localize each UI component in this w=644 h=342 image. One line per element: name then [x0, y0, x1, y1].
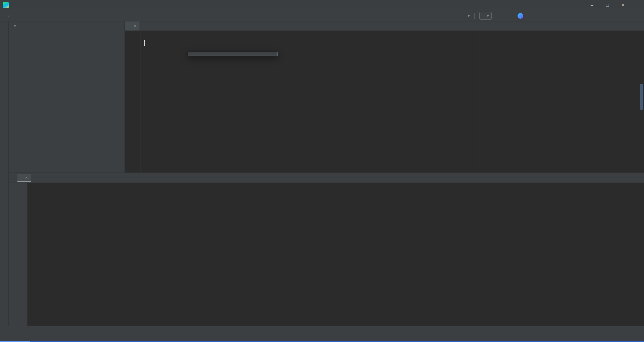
run-panel-header: × — [9, 173, 644, 183]
project-panel: ▾ — [9, 21, 125, 173]
toolbar-divider — [474, 13, 475, 19]
editor-context-menu — [188, 52, 278, 56]
main-toolbar: › ▾ ▾ — [0, 10, 644, 21]
chevron-down-icon: ▾ — [487, 14, 489, 18]
chevron-down-icon: ▾ — [468, 14, 470, 18]
chevron-down-icon[interactable]: ▾ — [14, 24, 16, 28]
editor-scrollbar-thumb[interactable] — [640, 84, 643, 110]
window-controls: – □ × — [584, 0, 631, 10]
bottom-tool-window-stripe — [0, 326, 644, 334]
right-margin-guide — [472, 31, 472, 173]
run-panel-toolbar — [9, 183, 28, 326]
close-tab-icon[interactable]: × — [25, 175, 28, 180]
code-with-me-button[interactable]: ▾ — [467, 14, 470, 18]
toolbar-right-cluster: ▾ ▾ — [467, 10, 523, 21]
maximize-button[interactable]: □ — [600, 0, 615, 10]
close-button[interactable]: × — [615, 0, 631, 10]
notifications-bell-icon[interactable] — [636, 335, 641, 339]
run-console[interactable] — [28, 183, 644, 326]
editor-area: × — [125, 21, 644, 173]
minimize-button[interactable]: – — [584, 0, 600, 10]
profile-icon[interactable] — [518, 13, 523, 19]
run-tab[interactable]: × — [17, 174, 31, 182]
inspections-ok-icon[interactable] — [634, 32, 639, 38]
status-bar — [0, 334, 644, 341]
close-tab-icon[interactable]: × — [133, 23, 136, 28]
editor-tab-bar: × — [125, 21, 644, 31]
pycharm-window: – □ × › ▾ ▾ — [0, 0, 644, 342]
project-panel-header: ▾ — [9, 21, 124, 30]
editor-caret — [144, 40, 145, 46]
breadcrumb-separator-icon: › — [7, 13, 9, 18]
run-tool-window: × — [9, 173, 644, 326]
left-tool-window-stripe — [0, 21, 9, 326]
title-bar: – □ × — [0, 0, 644, 10]
editor-gutter — [125, 31, 141, 173]
run-config-combo[interactable]: ▾ — [479, 12, 492, 20]
pycharm-logo-icon — [3, 2, 9, 8]
editor-tab[interactable]: × — [125, 21, 140, 30]
window-bottom-accent — [0, 341, 644, 342]
